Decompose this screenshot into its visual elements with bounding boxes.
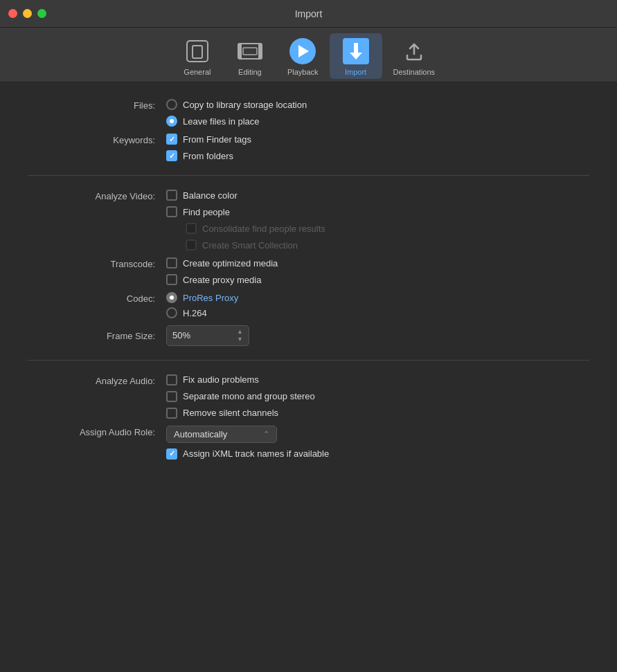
svg-rect-3 bbox=[238, 44, 242, 59]
assign-audio-role-content: Automatically ⌃ Assign iXML track names … bbox=[166, 426, 329, 460]
transcode-section: Transcode: Create optimized media Create… bbox=[28, 257, 589, 346]
files-options: Copy to library storage location Leave f… bbox=[166, 99, 307, 127]
svg-rect-5 bbox=[243, 48, 257, 55]
traffic-lights bbox=[8, 9, 46, 18]
toolbar-item-editing[interactable]: Editing bbox=[224, 33, 276, 79]
ixml-checkbox[interactable] bbox=[166, 448, 177, 460]
remove-silent-row: Remove silent channels bbox=[166, 408, 315, 419]
svg-rect-1 bbox=[193, 46, 202, 58]
frame-size-label: Frame Size: bbox=[28, 329, 166, 341]
assign-audio-role-value: Automatically bbox=[174, 429, 227, 439]
playback-icon bbox=[287, 36, 318, 66]
playback-label: Playback bbox=[287, 68, 319, 76]
analyze-audio-section: Analyze Audio: Fix audio problems Separa… bbox=[28, 374, 589, 419]
maximize-button[interactable] bbox=[37, 9, 46, 18]
frame-size-value: 50% bbox=[172, 330, 190, 340]
separate-mono-label: Separate mono and group stereo bbox=[183, 391, 315, 401]
balance-color-row: Balance color bbox=[166, 190, 325, 201]
stepper-up[interactable]: ▲ bbox=[237, 328, 243, 336]
assign-audio-role-row: Assign Audio Role: Automatically ⌃ Assig… bbox=[28, 426, 589, 460]
finder-tags-row: From Finder tags bbox=[166, 134, 251, 145]
dropdown-arrow-icon: ⌃ bbox=[263, 430, 269, 439]
from-folders-row: From folders bbox=[166, 150, 251, 161]
fix-audio-row: Fix audio problems bbox=[166, 374, 315, 385]
separate-mono-checkbox[interactable] bbox=[166, 391, 177, 402]
toolbar-item-import[interactable]: Import bbox=[330, 33, 382, 79]
consolidate-checkbox[interactable] bbox=[186, 223, 197, 234]
h264-radio[interactable] bbox=[166, 307, 177, 318]
keywords-options: From Finder tags From folders bbox=[166, 134, 251, 161]
editing-icon bbox=[235, 36, 265, 66]
h264-label: H.264 bbox=[183, 308, 207, 318]
copy-radio[interactable] bbox=[166, 99, 177, 110]
leave-option-row: Leave files in place bbox=[166, 116, 307, 127]
find-people-checkbox[interactable] bbox=[166, 206, 177, 217]
analyze-audio-options: Fix audio problems Separate mono and gro… bbox=[166, 374, 315, 419]
editing-label: Editing bbox=[238, 68, 262, 76]
toolbar: General Editing Playback bbox=[0, 28, 617, 82]
smart-collection-label: Create Smart Collection bbox=[202, 240, 298, 251]
from-folders-label: From folders bbox=[183, 151, 233, 161]
proxy-row: Create proxy media bbox=[166, 274, 278, 285]
finder-tags-checkbox[interactable] bbox=[166, 134, 177, 145]
assign-audio-role-section: Assign Audio Role: Automatically ⌃ Assig… bbox=[28, 426, 589, 460]
toolbar-item-general[interactable]: General bbox=[171, 33, 224, 79]
leave-radio[interactable] bbox=[166, 116, 177, 127]
consolidate-label: Consolidate find people results bbox=[202, 224, 325, 234]
from-folders-checkbox[interactable] bbox=[166, 150, 177, 161]
optimized-checkbox[interactable] bbox=[166, 257, 177, 269]
codec-row-outer: Codec: ProRes Proxy H.264 bbox=[28, 292, 589, 318]
codec-label: Codec: bbox=[28, 292, 166, 304]
frame-size-stepper[interactable]: ▲ ▼ bbox=[237, 328, 243, 343]
close-button[interactable] bbox=[8, 9, 17, 18]
files-row: Files: Copy to library storage location … bbox=[28, 99, 589, 127]
prores-label: ProRes Proxy bbox=[183, 293, 238, 303]
balance-color-label: Balance color bbox=[183, 190, 238, 201]
copy-option-row: Copy to library storage location bbox=[166, 99, 307, 110]
proxy-label: Create proxy media bbox=[183, 275, 261, 285]
destinations-label: Destinations bbox=[393, 68, 436, 76]
prores-radio[interactable] bbox=[166, 292, 177, 303]
analyze-video-section: Analyze Video: Balance color Find people… bbox=[28, 190, 589, 251]
content-area: Files: Copy to library storage location … bbox=[0, 82, 617, 483]
files-label: Files: bbox=[28, 99, 166, 111]
frame-size-select[interactable]: 50% ▲ ▼ bbox=[166, 325, 249, 346]
analyze-audio-row: Analyze Audio: Fix audio problems Separa… bbox=[28, 374, 589, 419]
divider-1 bbox=[28, 175, 589, 176]
finder-tags-label: From Finder tags bbox=[183, 134, 251, 145]
title-bar: Import bbox=[0, 0, 617, 28]
separate-mono-row: Separate mono and group stereo bbox=[166, 391, 315, 402]
toolbar-item-playback[interactable]: Playback bbox=[276, 33, 330, 79]
minimize-button[interactable] bbox=[23, 9, 32, 18]
smart-collection-row: Create Smart Collection bbox=[166, 239, 325, 251]
fix-audio-label: Fix audio problems bbox=[183, 374, 259, 385]
divider-2 bbox=[28, 360, 589, 361]
window-title: Import bbox=[295, 8, 323, 19]
analyze-video-options: Balance color Find people Consolidate fi… bbox=[166, 190, 325, 251]
transcode-options: Create optimized media Create proxy medi… bbox=[166, 257, 278, 285]
assign-audio-role-select[interactable]: Automatically ⌃ bbox=[166, 426, 277, 443]
svg-rect-2 bbox=[238, 44, 262, 59]
remove-silent-label: Remove silent channels bbox=[183, 408, 278, 418]
frame-size-row: Frame Size: 50% ▲ ▼ bbox=[28, 325, 589, 346]
smart-collection-checkbox[interactable] bbox=[186, 239, 197, 251]
balance-color-checkbox[interactable] bbox=[166, 190, 177, 201]
consolidate-row: Consolidate find people results bbox=[166, 223, 325, 234]
analyze-video-label: Analyze Video: bbox=[28, 190, 166, 201]
codec-options: ProRes Proxy H.264 bbox=[166, 292, 238, 318]
ixml-label: Assign iXML track names if available bbox=[183, 448, 329, 459]
toolbar-item-destinations[interactable]: Destinations bbox=[382, 33, 447, 79]
files-section: Files: Copy to library storage location … bbox=[28, 99, 589, 127]
transcode-label: Transcode: bbox=[28, 257, 166, 269]
copy-label: Copy to library storage location bbox=[183, 100, 307, 110]
transcode-row: Transcode: Create optimized media Create… bbox=[28, 257, 589, 285]
general-icon bbox=[182, 36, 213, 66]
keywords-row: Keywords: From Finder tags From folders bbox=[28, 134, 589, 161]
fix-audio-checkbox[interactable] bbox=[166, 374, 177, 385]
proxy-checkbox[interactable] bbox=[166, 274, 177, 285]
analyze-audio-label: Analyze Audio: bbox=[28, 374, 166, 386]
analyze-video-row: Analyze Video: Balance color Find people… bbox=[28, 190, 589, 251]
stepper-down[interactable]: ▼ bbox=[237, 336, 243, 343]
import-label: Import bbox=[345, 68, 366, 76]
remove-silent-checkbox[interactable] bbox=[166, 408, 177, 419]
